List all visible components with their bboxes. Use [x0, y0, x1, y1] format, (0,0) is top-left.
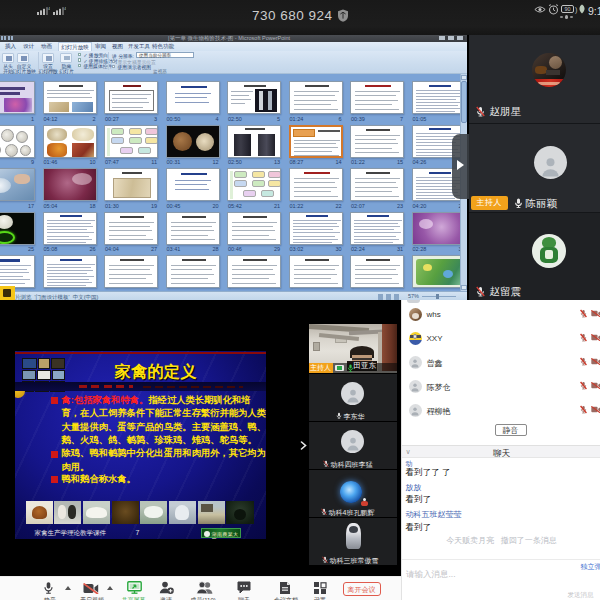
- svg-text:4: 4: [64, 6, 66, 11]
- svg-text:4: 4: [48, 6, 50, 11]
